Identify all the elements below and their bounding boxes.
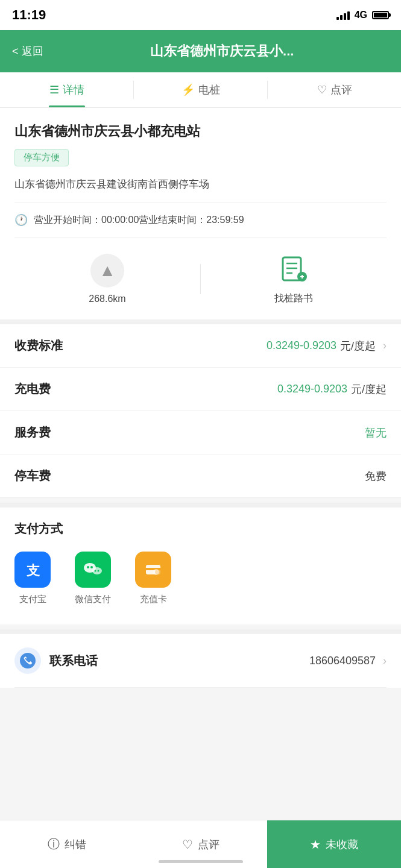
route-label: 找桩路书: [274, 292, 313, 305]
header-title: 山东省德州市庆云县小...: [55, 42, 389, 60]
station-address: 山东省德州市庆云县建设街南首西侧停车场: [14, 177, 387, 203]
battery-icon: [372, 11, 389, 19]
charge-fee-value: 0.3249-0.9203 元/度起: [277, 382, 387, 397]
service-fee-amount: 暂无: [365, 426, 387, 440]
fee-section: 收费标准 0.3249-0.9203 元/度起 › 充电费 0.3249-0.9…: [0, 324, 401, 498]
payment-section: 支付方式 支 支付宝 微信支付: [0, 503, 401, 624]
error-icon: ⓘ: [48, 836, 60, 852]
pole-tab-icon: ⚡: [182, 83, 195, 96]
svg-point-11: [90, 566, 93, 568]
review-label: 点评: [198, 837, 219, 852]
tab-bar: ☰ 详情 ⚡ 电桩 ♡ 点评: [0, 72, 401, 108]
payment-methods: 支 支付宝 微信支付: [14, 552, 387, 611]
tab-review[interactable]: ♡ 点评: [268, 72, 401, 107]
status-bar: 11:19 4G: [0, 0, 401, 30]
charge-fee-amount: 0.3249-0.9203: [277, 383, 347, 395]
star-icon: ★: [310, 837, 321, 852]
route-action[interactable]: 找桩路书: [201, 253, 387, 305]
alipay-method[interactable]: 支 支付宝: [14, 552, 51, 605]
back-button[interactable]: < 返回: [12, 44, 43, 58]
charge-fee-unit: 元/度起: [351, 382, 387, 397]
parking-fee-amount: 免费: [365, 469, 387, 483]
standard-fee-unit: 元/度起: [340, 339, 376, 353]
svg-text:支: 支: [26, 563, 40, 578]
status-time: 11:19: [12, 7, 46, 23]
standard-fee-row[interactable]: 收费标准 0.3249-0.9203 元/度起 ›: [0, 324, 401, 368]
wechat-icon: [75, 552, 111, 588]
error-report-button[interactable]: ⓘ 纠错: [0, 820, 134, 868]
svg-point-9: [92, 567, 102, 574]
detail-tab-icon: ☰: [49, 83, 59, 96]
collect-label: 未收藏: [326, 837, 358, 852]
card-icon: [135, 552, 171, 588]
svg-point-10: [87, 566, 89, 568]
header: < 返回 山东省德州市庆云县小...: [0, 30, 401, 72]
hours-text: 营业开始时间：00:00:00营业结束时间：23:59:59: [34, 214, 244, 227]
clock-icon: 🕐: [14, 213, 28, 227]
service-fee-label: 服务费: [14, 424, 365, 441]
contact-chevron-icon: ›: [383, 655, 387, 667]
contact-value: 18606409587 ›: [309, 655, 387, 667]
payment-title: 支付方式: [14, 521, 387, 537]
review-tab-icon: ♡: [317, 83, 327, 96]
contact-section: 联系电话 18606409587 ›: [0, 629, 401, 688]
standard-fee-amount: 0.3249-0.9203: [267, 339, 336, 352]
phone-icon: [14, 647, 41, 674]
standard-fee-label: 收费标准: [14, 338, 267, 354]
contact-label: 联系电话: [49, 653, 309, 669]
parking-fee-row: 停车费 免费: [0, 454, 401, 498]
distance-label: 268.6km: [89, 294, 125, 304]
svg-point-17: [153, 569, 159, 575]
contact-phone: 18606409587: [309, 655, 376, 667]
svg-point-18: [20, 653, 36, 668]
alipay-label: 支付宝: [19, 594, 46, 605]
service-fee-row: 服务费 暂无: [0, 411, 401, 454]
card-method[interactable]: 充值卡: [135, 552, 171, 605]
home-indicator: [159, 860, 243, 863]
card-label: 充值卡: [140, 594, 167, 605]
chevron-right-icon: ›: [383, 339, 387, 352]
navigation-icon: ▲: [90, 254, 124, 288]
status-icons: 4G: [336, 10, 389, 20]
charge-fee-row: 充电费 0.3249-0.9203 元/度起: [0, 368, 401, 411]
contact-row[interactable]: 联系电话 18606409587 ›: [14, 634, 387, 688]
pole-tab-label: 电桩: [198, 83, 220, 97]
parking-fee-value: 免费: [365, 469, 387, 483]
station-name: 山东省德州市庆云县小都充电站: [14, 122, 387, 140]
review-icon: ♡: [182, 837, 193, 852]
tab-detail[interactable]: ☰ 详情: [0, 72, 133, 107]
review-tab-label: 点评: [330, 83, 352, 97]
signal-icon: [336, 10, 350, 20]
station-tag: 停车方便: [14, 149, 69, 166]
collect-button[interactable]: ★ 未收藏: [267, 820, 401, 868]
svg-point-12: [95, 570, 96, 572]
charge-fee-label: 充电费: [14, 381, 277, 397]
svg-point-13: [98, 570, 99, 572]
alipay-icon: 支: [14, 552, 51, 588]
station-info: 山东省德州市庆云县小都充电站 停车方便 山东省德州市庆云县建设街南首西侧停车场 …: [0, 108, 401, 238]
error-label: 纠错: [65, 837, 86, 852]
network-label: 4G: [355, 10, 367, 20]
route-icon: [277, 253, 311, 286]
distance-action[interactable]: ▲ 268.6km: [14, 254, 200, 304]
wechat-method[interactable]: 微信支付: [75, 552, 111, 605]
detail-tab-label: 详情: [63, 83, 84, 97]
station-hours: 🕐 营业开始时间：00:00:00营业结束时间：23:59:59: [14, 203, 387, 238]
standard-fee-value: 0.3249-0.9203 元/度起 ›: [267, 339, 387, 353]
actions-row: ▲ 268.6km 找桩路书: [0, 238, 401, 324]
tab-pole[interactable]: ⚡ 电桩: [134, 72, 267, 107]
wechat-label: 微信支付: [75, 594, 111, 605]
service-fee-value: 暂无: [365, 426, 387, 440]
parking-fee-label: 停车费: [14, 468, 365, 484]
